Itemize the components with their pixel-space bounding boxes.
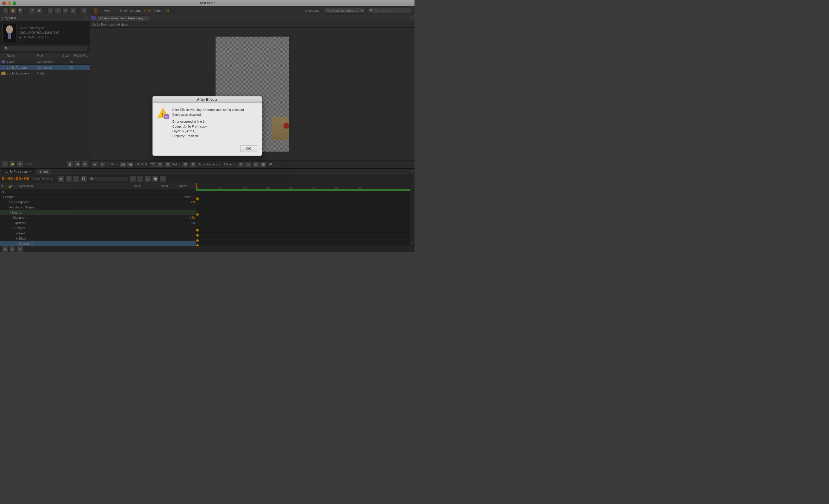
dialog-titlebar: After Effects: [153, 97, 262, 103]
dialog-footer: OK: [153, 143, 262, 155]
dialog-msg-line7: Property: 'Position': [172, 134, 257, 139]
dialog-title-text: After Effects: [197, 98, 217, 102]
dialog-msg-line6: Layer: 5 ('Arm L'): [172, 129, 257, 134]
ae-badge: Ae: [164, 114, 169, 119]
dialog-msg-line5: Comp: 'Jo-Jo Front copy': [172, 124, 257, 129]
dialog-warning-icon: Ae: [157, 107, 169, 119]
ae-error-dialog: After Effects Ae After Effects warning: …: [152, 96, 262, 156]
dialog-body: Ae After Effects warning: Unterminated s…: [153, 103, 262, 143]
dialog-msg-line1: After Effects warning: Unterminated stri…: [172, 107, 257, 112]
dialog-msg-line2: Expression disabled.: [172, 112, 257, 117]
dialog-msg-line4: Error occurred at line 1.: [172, 119, 257, 124]
dialog-ok-button[interactable]: OK: [240, 145, 257, 152]
dialog-spacer: [172, 117, 257, 119]
dialog-message-text: After Effects warning: Unterminated stri…: [172, 107, 257, 138]
dialog-overlay: After Effects Ae After Effects warning: …: [0, 0, 414, 252]
